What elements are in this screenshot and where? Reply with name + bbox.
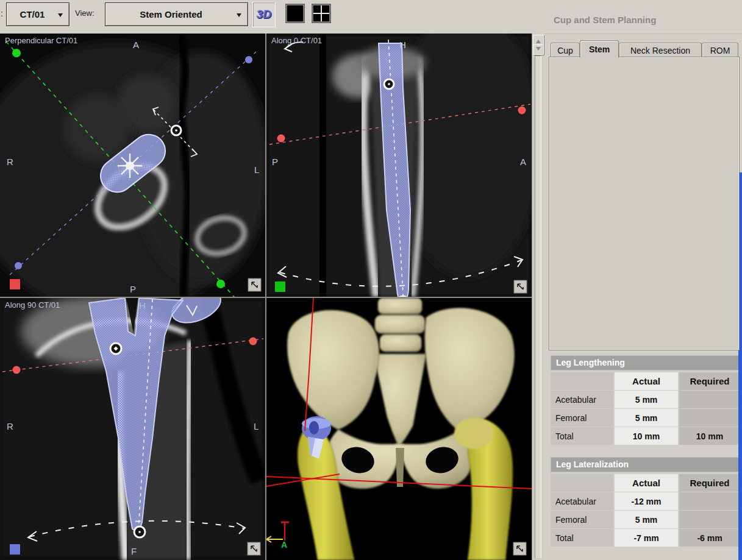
toggle-3d-button[interactable]: 3D: [252, 2, 276, 27]
single-pane-icon: [286, 4, 304, 23]
row-label: Total: [551, 427, 613, 445]
actual-value: 10 mm: [615, 427, 678, 445]
blue-handle-dot[interactable]: [15, 262, 22, 269]
tab-rom-label: ROM: [710, 46, 730, 55]
row-label: Total: [551, 529, 613, 547]
stem-tab-panel: [549, 57, 740, 350]
study-dropdown[interactable]: CT/01: [6, 2, 70, 26]
ct-axial-image: A R L P: [0, 34, 265, 297]
dropdown-arrow-icon: [58, 13, 63, 19]
tab-rom[interactable]: ROM: [702, 43, 738, 58]
red-handle-dot[interactable]: [277, 135, 285, 143]
study-dropdown-value: CT/01: [7, 9, 58, 19]
orientation-letter-posterior: P: [130, 284, 136, 294]
leg-lateralization-header: Leg Lateralization: [551, 457, 739, 472]
orientation-letter-foot: F: [131, 546, 137, 556]
column-header-required: Required: [679, 372, 740, 390]
tab-cup-label: Cup: [557, 46, 573, 55]
viewport-perpendicular[interactable]: A R L P Perpendicular CT/01: [0, 34, 265, 297]
required-value: -6 mm: [679, 529, 740, 547]
slice-up-button[interactable]: [533, 35, 544, 45]
required-value: [679, 409, 740, 427]
viewport-3d[interactable]: A: [266, 298, 532, 560]
required-value: [679, 391, 740, 408]
actual-value: 5 mm: [615, 409, 678, 427]
orientation-letter-posterior: P: [272, 157, 278, 167]
dropdown-arrow-icon: [237, 13, 241, 19]
orientation-letter-head: H: [399, 40, 406, 50]
stem-neck-handle[interactable]: [384, 79, 394, 89]
orientation-letter-anterior: A: [520, 157, 526, 167]
actual-value: -12 mm: [615, 492, 678, 510]
reset-view-button[interactable]: [513, 542, 526, 555]
orientation-letter-right: R: [7, 157, 13, 167]
viewport-along0[interactable]: H P A Along 0 CT/01: [266, 34, 532, 297]
reset-view-button[interactable]: [514, 280, 527, 293]
row-label: Femoral: [551, 409, 613, 427]
actual-value: 5 mm: [615, 391, 678, 408]
red-handle-dot[interactable]: [518, 107, 526, 115]
reset-view-button[interactable]: [248, 278, 261, 291]
red-handle-dot[interactable]: [249, 338, 257, 346]
viewport-color-indicator-blue: [10, 544, 20, 555]
tab-stem[interactable]: Stem: [580, 40, 619, 58]
column-header-actual: Actual: [615, 474, 678, 492]
pelvis-3d-render: A: [266, 298, 532, 560]
3d-icon: 3D: [257, 8, 271, 21]
actual-value: -7 mm: [615, 529, 678, 547]
quad-view-layout-button[interactable]: [312, 4, 331, 23]
slice-down-button[interactable]: [533, 44, 544, 55]
viewport-label: Along 90 CT/01: [5, 300, 60, 310]
red-handle-dot[interactable]: [13, 366, 21, 374]
quad-pane-icon: [312, 4, 330, 23]
orientation-letter-left: L: [254, 421, 259, 431]
viewport-label: Along 0 CT/01: [271, 36, 322, 45]
blue-handle-dot[interactable]: [245, 56, 252, 63]
tab-cup[interactable]: Cup: [551, 43, 580, 58]
stem-neck-handle[interactable]: [110, 343, 121, 354]
truncated-label: :: [1, 9, 3, 18]
orientation-letter-head: H: [139, 300, 146, 311]
viewport-label: Perpendicular CT/01: [5, 36, 77, 45]
leg-lateralization-table: Actual Required Acetabular -12 mm Femora…: [551, 474, 740, 547]
row-label: Femoral: [551, 511, 613, 528]
viewport-color-indicator-green: [275, 282, 285, 292]
green-handle-dot[interactable]: [12, 49, 21, 57]
ct-coronal-image: H P A: [266, 34, 532, 297]
stem-tip-handle[interactable]: [134, 526, 145, 537]
leg-lengthening-table: Actual Required Acetabular 5 mm Femoral …: [551, 372, 740, 445]
tab-stem-label: Stem: [589, 44, 610, 54]
ct-sagittal-image: H R L F: [0, 298, 265, 560]
table-corner-cell: [551, 474, 613, 492]
column-header-required: Required: [679, 474, 740, 492]
orientation-letter-right: R: [7, 421, 13, 431]
slice-scroll-strip: [532, 34, 544, 560]
slice-scroll-track[interactable]: [535, 55, 541, 558]
leg-lengthening-header: Leg Lengthening: [551, 355, 739, 370]
row-label: Acetabular: [551, 391, 613, 408]
required-value: [679, 511, 740, 528]
view-mode-dropdown-value: Stem Oriented: [105, 9, 237, 19]
row-label: Acetabular: [551, 492, 613, 510]
down-arrow-icon: [536, 47, 541, 53]
tab-neck-resection-label: Neck Resection: [630, 46, 690, 55]
tab-neck-resection[interactable]: Neck Resection: [619, 43, 702, 58]
orientation-letter-left: L: [254, 165, 259, 175]
viewport-along90[interactable]: H R L F Along 90 CT/01: [0, 298, 265, 560]
required-value: 10 mm: [679, 427, 740, 445]
view-label: View:: [75, 9, 95, 18]
table-corner-cell: [551, 372, 613, 390]
view-mode-dropdown[interactable]: Stem Oriented: [105, 2, 248, 26]
green-handle-dot[interactable]: [216, 280, 225, 288]
actual-value: 5 mm: [615, 511, 678, 528]
rotation-handle[interactable]: [118, 154, 142, 178]
axis-label-anterior: A: [281, 540, 287, 550]
panel-title: Cup and Stem Planning: [554, 15, 737, 25]
column-header-actual: Actual: [615, 372, 678, 390]
single-view-layout-button[interactable]: [285, 4, 305, 23]
up-arrow-icon: [536, 37, 541, 43]
viewport-color-indicator-red: [10, 279, 20, 289]
required-value: [679, 492, 740, 510]
orientation-letter-anterior: A: [133, 40, 139, 50]
reset-view-button[interactable]: [248, 542, 260, 555]
